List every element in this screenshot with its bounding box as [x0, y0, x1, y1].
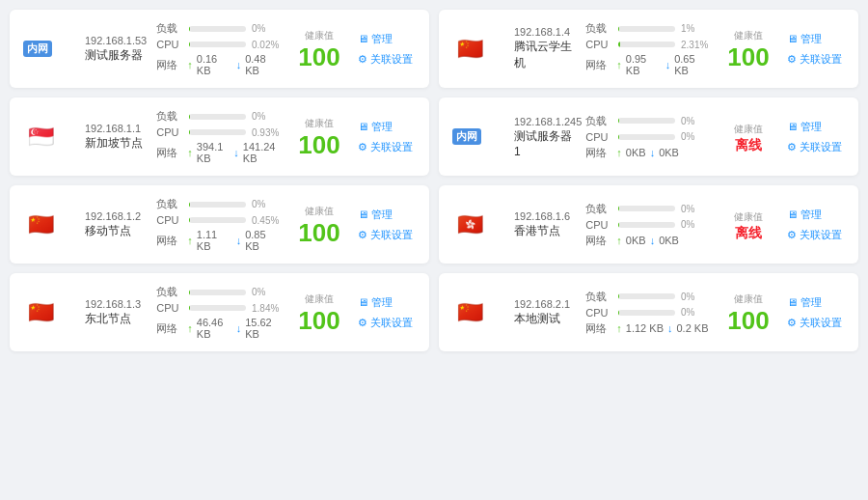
metrics: 负载 0% CPU 0.45% 网络 ↑ 1.11 KB ↓ 0.85 KB	[156, 197, 281, 252]
manage-label: 管理	[800, 208, 822, 222]
manage-icon: 🖥	[358, 208, 368, 220]
flag-area: 内网	[23, 41, 75, 57]
manage-button[interactable]: 🖥 管理	[358, 120, 416, 134]
network-row: 网络 ↑ 1.11 KB ↓ 0.85 KB	[156, 229, 281, 252]
cpu-bar-wrap	[618, 134, 675, 140]
manage-button[interactable]: 🖥 管理	[787, 295, 845, 310]
link-label: 关联设置	[370, 316, 413, 330]
manage-button[interactable]: 🖥 管理	[358, 208, 416, 222]
load-row: 负载 1%	[585, 21, 710, 36]
server-card-8: 🇨🇳 192.168.2.1 本地测试 负载 0% CPU 0%	[439, 273, 858, 351]
cpu-bar	[189, 305, 190, 311]
health-label: 健康值	[734, 123, 763, 136]
load-val: 1%	[681, 23, 710, 34]
cpu-label: CPU	[585, 307, 612, 319]
link-icon: ⚙	[787, 229, 797, 241]
link-button[interactable]: ⚙ 关联设置	[787, 316, 845, 330]
link-button[interactable]: ⚙ 关联设置	[358, 140, 416, 154]
load-row: 负载 0%	[156, 21, 281, 36]
load-row: 负载 0%	[156, 197, 281, 211]
link-icon: ⚙	[358, 317, 367, 329]
up-icon: ↑	[616, 59, 622, 70]
link-button[interactable]: ⚙ 关联设置	[358, 316, 416, 330]
link-button[interactable]: ⚙ 关联设置	[787, 52, 845, 67]
manage-button[interactable]: 🖥 管理	[358, 295, 416, 310]
server-name: 东北节点	[85, 311, 147, 327]
health-value: 100	[298, 44, 339, 69]
manage-label: 管理	[371, 32, 393, 46]
manage-button[interactable]: 🖥 管理	[787, 120, 845, 134]
network-row: 网络 ↑ 1.12 KB ↓ 0.2 KB	[585, 321, 710, 336]
load-bar	[618, 26, 619, 32]
actions: 🖥 管理 ⚙ 关联设置	[358, 120, 416, 154]
health-label: 健康值	[305, 117, 334, 130]
health-value: 100	[298, 220, 339, 245]
server-info: 192.168.1.53 测试服务器	[85, 35, 147, 64]
manage-button[interactable]: 🖥 管理	[358, 32, 416, 46]
link-icon: ⚙	[358, 53, 367, 66]
link-label: 关联设置	[800, 228, 842, 242]
load-label: 负载	[156, 197, 183, 211]
link-button[interactable]: ⚙ 关联设置	[358, 228, 416, 242]
link-button[interactable]: ⚙ 关联设置	[787, 140, 845, 154]
cpu-bar-wrap	[618, 310, 675, 316]
link-button[interactable]: ⚙ 关联设置	[358, 52, 416, 67]
health-label: 健康值	[305, 292, 334, 306]
actions: 🖥 管理 ⚙ 关联设置	[358, 295, 416, 330]
health-section: 健康值 离线	[719, 123, 777, 152]
load-label: 负载	[585, 114, 612, 128]
load-bar-wrap	[618, 118, 675, 124]
down-icon: ↓	[667, 322, 673, 334]
load-val: 0%	[252, 287, 281, 297]
manage-button[interactable]: 🖥 管理	[787, 208, 845, 222]
server-name: 测试服务器	[85, 47, 147, 64]
load-bar-wrap	[189, 26, 246, 32]
flag-emoji: 🇨🇳	[452, 38, 487, 61]
manage-icon: 🖥	[358, 121, 368, 132]
health-section: 健康值 100	[290, 117, 348, 157]
health-label: 健康值	[305, 205, 334, 218]
link-button[interactable]: ⚙ 关联设置	[787, 228, 845, 242]
cpu-label: CPU	[585, 131, 612, 143]
net-up: 0.16 KB	[197, 53, 232, 76]
down-icon: ↓	[650, 235, 656, 246]
actions: 🖥 管理 ⚙ 关联设置	[787, 120, 845, 154]
network-row: 网络 ↑ 0.95 KB ↓ 0.65 KB	[585, 53, 710, 76]
server-info: 192.168.1.2 移动节点	[85, 210, 147, 239]
load-bar-wrap	[618, 26, 675, 32]
cpu-bar-wrap	[618, 42, 675, 47]
metrics: 负载 1% CPU 2.31% 网络 ↑ 0.95 KB ↓ 0.65 KB	[585, 21, 710, 76]
server-info: 192.168.1.245 测试服务器1	[514, 116, 576, 158]
server-info: 192.168.1.6 香港节点	[514, 210, 576, 239]
net-label: 网络	[585, 146, 612, 160]
network-row: 网络 ↑ 394.1 KB ↓ 141.24 KB	[156, 141, 281, 164]
cpu-val: 0%	[681, 219, 710, 230]
load-bar-wrap	[189, 202, 246, 208]
health-label: 健康值	[305, 29, 334, 42]
health-value: 100	[727, 44, 769, 69]
manage-icon: 🖥	[787, 296, 798, 308]
cpu-label: CPU	[585, 219, 612, 231]
load-label: 负载	[585, 21, 612, 36]
flag-area: 🇨🇳	[23, 213, 75, 236]
cpu-row: CPU 1.84%	[156, 302, 281, 314]
down-icon: ↓	[665, 59, 671, 70]
net-down: 0.65 KB	[674, 53, 710, 76]
manage-button[interactable]: 🖥 管理	[787, 32, 845, 46]
server-ip: 192.168.1.245	[514, 116, 576, 127]
load-row: 负载 0%	[585, 202, 710, 216]
down-icon: ↓	[236, 235, 242, 246]
up-icon: ↑	[616, 147, 622, 158]
manage-label: 管理	[371, 208, 393, 222]
cpu-bar-wrap	[189, 217, 246, 223]
net-down: 0.85 KB	[245, 229, 281, 252]
cpu-label: CPU	[156, 39, 183, 50]
net-label: 网络	[156, 146, 183, 160]
network-row: 网络 ↑ 0KB ↓ 0KB	[585, 234, 710, 248]
actions: 🖥 管理 ⚙ 关联设置	[358, 208, 416, 242]
server-ip: 192.168.1.4	[514, 26, 576, 38]
cpu-bar-wrap	[189, 129, 246, 135]
cpu-val: 0.93%	[252, 127, 281, 138]
load-label: 负载	[585, 290, 612, 304]
cpu-val: 1.84%	[252, 303, 281, 314]
